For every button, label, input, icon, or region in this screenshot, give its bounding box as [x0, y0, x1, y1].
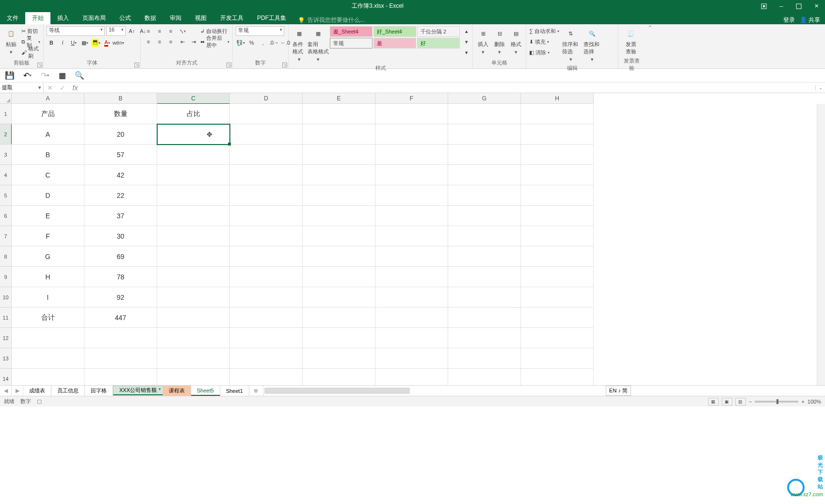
style-cell[interactable]: 好	[417, 38, 460, 49]
vertical-scrollbar[interactable]	[817, 104, 825, 385]
name-box[interactable]: 提取▾	[0, 82, 44, 93]
italic-button[interactable]: I	[58, 38, 67, 48]
cell[interactable]	[448, 145, 521, 165]
row-header[interactable]: 12	[0, 328, 12, 348]
cell[interactable]	[521, 246, 594, 267]
row-header[interactable]: 3	[0, 145, 12, 165]
fill-color-button[interactable]: ⬒▾	[91, 38, 101, 48]
cell[interactable]	[521, 104, 594, 124]
align-right-icon[interactable]: ≡	[166, 37, 176, 47]
cell[interactable]	[303, 104, 375, 124]
cell[interactable]	[303, 308, 375, 328]
cell[interactable]	[375, 104, 448, 124]
cell[interactable]	[375, 165, 448, 185]
cell[interactable]	[230, 328, 303, 348]
comma-format-icon[interactable]: ,	[258, 38, 268, 48]
cancel-formula-icon[interactable]: ✕	[44, 82, 56, 93]
autosum-button[interactable]: ∑自动求和▾	[529, 26, 559, 36]
cell[interactable]	[157, 165, 230, 185]
sheet-tab[interactable]: 课程表	[163, 386, 191, 396]
row-header[interactable]: 2	[0, 124, 12, 145]
cell[interactable]	[157, 206, 230, 226]
font-color-button[interactable]: A▾	[102, 38, 112, 48]
insert-function-icon[interactable]: fx	[69, 82, 81, 93]
decrease-indent-icon[interactable]: ⇤	[178, 37, 187, 47]
cell[interactable]: 69	[84, 246, 157, 267]
cell[interactable]: H	[12, 267, 84, 287]
cell[interactable]	[448, 369, 521, 385]
cell[interactable]: ✥	[157, 124, 230, 145]
tab-insert[interactable]: 插入	[50, 12, 76, 24]
align-middle-icon[interactable]: ≡	[155, 26, 164, 36]
ime-indicator[interactable]: EN ♪ 简	[606, 386, 631, 396]
cell[interactable]	[230, 104, 303, 124]
delete-cells-button[interactable]: ⊟删除▾	[492, 26, 507, 56]
cell[interactable]	[12, 328, 84, 348]
row-header[interactable]: 6	[0, 206, 12, 226]
cell[interactable]	[230, 348, 303, 369]
cell[interactable]: 30	[84, 226, 157, 246]
dialog-launcher-icon[interactable]: ↘	[134, 63, 139, 67]
orientation-icon[interactable]: ⤣▾	[178, 26, 187, 36]
cell[interactable]	[157, 328, 230, 348]
spreadsheet-grid[interactable]: ABCDEFGH1产品数量占比2A20✥3B574C425D226E377F30…	[0, 93, 825, 385]
insert-cells-button[interactable]: ⊞插入▾	[476, 26, 490, 56]
column-header[interactable]: B	[84, 93, 157, 104]
cell[interactable]	[375, 287, 448, 308]
style-cell[interactable]: 常规	[330, 38, 372, 49]
cell[interactable]	[448, 165, 521, 185]
zoom-slider[interactable]	[755, 401, 798, 403]
cell[interactable]	[375, 348, 448, 369]
sheet-tab[interactable]: Sheet5	[191, 386, 220, 396]
tab-layout[interactable]: 页面布局	[76, 12, 113, 24]
share-button[interactable]: 👤 共享	[800, 16, 820, 24]
maximize-button[interactable]	[790, 0, 808, 12]
cell[interactable]: 数量	[84, 104, 157, 124]
cell[interactable]	[230, 206, 303, 226]
row-header[interactable]: 14	[0, 369, 12, 385]
cell[interactable]	[521, 145, 594, 165]
cell[interactable]	[157, 246, 230, 267]
cell[interactable]	[157, 226, 230, 246]
close-button[interactable]: ✕	[808, 0, 825, 12]
cell[interactable]	[521, 328, 594, 348]
clear-button[interactable]: ◧清除▾	[529, 48, 559, 57]
cell[interactable]	[521, 308, 594, 328]
add-sheet-button[interactable]: ⊕	[249, 386, 263, 396]
increase-indent-icon[interactable]: ⇥	[189, 37, 198, 47]
format-cells-button[interactable]: ▤格式▾	[509, 26, 523, 56]
cell[interactable]	[303, 348, 375, 369]
cell[interactable]	[12, 369, 84, 385]
cell[interactable]	[375, 328, 448, 348]
page-break-view-icon[interactable]: ▥	[735, 398, 746, 406]
cell[interactable]	[157, 348, 230, 369]
select-all-corner[interactable]	[0, 93, 12, 104]
row-header[interactable]: 11	[0, 308, 12, 328]
cell[interactable]	[375, 246, 448, 267]
cell[interactable]	[521, 165, 594, 185]
cell[interactable]: 57	[84, 145, 157, 165]
cell[interactable]	[230, 267, 303, 287]
cell[interactable]: 42	[84, 165, 157, 185]
align-top-icon[interactable]: ≡	[144, 26, 153, 36]
gallery-down-icon[interactable]: ▾	[462, 37, 471, 47]
tab-view[interactable]: 视图	[188, 12, 213, 24]
cell[interactable]	[448, 267, 521, 287]
cell[interactable]	[521, 348, 594, 369]
cell[interactable]	[230, 165, 303, 185]
underline-button[interactable]: U▾	[69, 38, 79, 48]
zoom-out-icon[interactable]: −	[749, 399, 752, 405]
cell[interactable]: F	[12, 226, 84, 246]
cell[interactable]	[375, 369, 448, 385]
cell[interactable]	[12, 348, 84, 369]
column-header[interactable]: A	[12, 93, 84, 104]
cell[interactable]: 占比	[157, 104, 230, 124]
save-button[interactable]: 💾	[5, 71, 15, 81]
tab-review[interactable]: 审阅	[163, 12, 188, 24]
cell[interactable]	[303, 287, 375, 308]
cell[interactable]	[448, 328, 521, 348]
qat-button[interactable]: ▦	[57, 71, 67, 81]
cell[interactable]	[448, 226, 521, 246]
cell[interactable]: 92	[84, 287, 157, 308]
record-macro-icon[interactable]: ▢	[37, 398, 42, 405]
